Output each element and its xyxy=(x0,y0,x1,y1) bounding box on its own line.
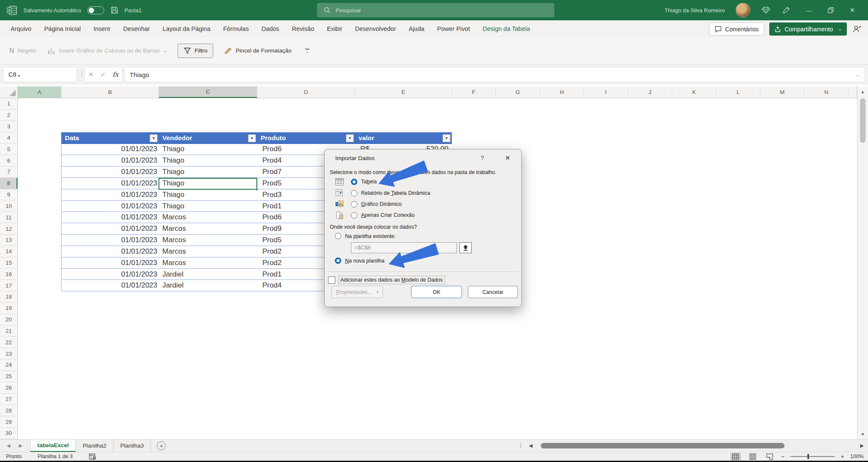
insert-column-chart-button[interactable]: Inserir Gráfico de Colunas ou de Barras … xyxy=(47,47,167,55)
dialog-close-icon[interactable]: ✕ xyxy=(505,154,510,162)
formula-bar-grip[interactable]: ⋮ xyxy=(79,70,85,77)
row-header-22[interactable]: 22 xyxy=(0,337,17,348)
expand-formula-bar-icon[interactable]: ⌄ xyxy=(856,72,860,77)
option-relatorio-tabela-dinamica[interactable]: Relatório de Tabela Dinâmica xyxy=(330,188,430,198)
cell-vendedor[interactable]: Marcos xyxy=(159,257,257,268)
macro-record-icon[interactable] xyxy=(89,454,96,460)
ribbon-tab-desenhar[interactable]: Desenhar xyxy=(117,20,156,37)
ribbon-tab-ajuda[interactable]: Ajuda xyxy=(402,20,431,37)
row-header-5[interactable]: 5 xyxy=(0,144,17,155)
row-header-2[interactable]: 2 xyxy=(0,110,17,121)
page-break-view-icon[interactable] xyxy=(764,453,775,461)
row-header-7[interactable]: 7 xyxy=(0,166,17,178)
cell-data[interactable]: 01/01/2023 xyxy=(61,246,159,257)
sheet-tab-planilha3[interactable]: Planilha3 xyxy=(114,440,151,452)
search-box[interactable]: Pesquisar xyxy=(317,3,554,17)
row-header-29[interactable]: 29 xyxy=(0,416,17,428)
toolbar-overflow-button[interactable]: ⌄ xyxy=(305,49,309,53)
horizontal-scrollbar[interactable]: ◀ ▶ xyxy=(529,441,864,450)
scroll-down-arrow[interactable]: ▼ xyxy=(857,429,868,439)
properties-button[interactable]: Propriedades... ▾ xyxy=(331,286,383,298)
cell-vendedor[interactable]: Jardiel xyxy=(159,269,257,280)
format-painter-button[interactable]: Pincel de Formatação xyxy=(224,47,291,55)
cell-vendedor[interactable]: Thiago xyxy=(159,189,257,200)
sheet-nav-right-icon[interactable]: ▶ xyxy=(19,443,22,448)
column-header-e[interactable]: E xyxy=(355,86,452,98)
new-sheet-button[interactable]: + xyxy=(157,441,166,450)
column-header-j[interactable]: J xyxy=(628,86,672,98)
ribbon-tab-power-pivot[interactable]: Power Pivot xyxy=(431,20,476,37)
filter-dropdown-produto[interactable]: ▾ xyxy=(346,134,354,142)
filter-dropdown-data[interactable]: ▾ xyxy=(150,134,158,142)
data-model-checkbox[interactable] xyxy=(328,277,335,284)
cancel-entry-icon[interactable]: ✕ xyxy=(88,71,94,78)
column-header-d[interactable]: D xyxy=(257,86,355,98)
cell-data[interactable]: 01/01/2023 xyxy=(61,269,159,280)
cell-vendedor[interactable]: Marcos xyxy=(159,246,257,257)
ribbon-tab-dados[interactable]: Dados xyxy=(255,20,286,37)
column-header-k[interactable]: K xyxy=(672,86,716,98)
cell-vendedor[interactable]: Thiago xyxy=(159,144,257,155)
zoom-slider-thumb[interactable] xyxy=(807,454,809,459)
row-header-4[interactable]: 4 xyxy=(0,132,17,144)
row-header-16[interactable]: 16 xyxy=(0,268,17,280)
row-header-6[interactable]: 6 xyxy=(0,155,17,166)
save-icon[interactable] xyxy=(110,6,119,14)
share-button[interactable]: Compartilhamento ⌄ xyxy=(769,22,847,36)
radio-grafico[interactable] xyxy=(351,201,357,207)
row-header-25[interactable]: 25 xyxy=(0,371,17,382)
filter-dropdown-vendedor[interactable]: ▾ xyxy=(248,134,256,142)
option-grafico-dinamico[interactable]: Gráfico Dinâmico xyxy=(330,199,402,209)
cell-data[interactable]: 01/01/2023 xyxy=(61,257,159,268)
normal-view-icon[interactable] xyxy=(730,453,741,461)
vertical-scroll-thumb[interactable] xyxy=(860,98,865,143)
insert-function-icon[interactable]: fx xyxy=(113,71,119,78)
select-all-corner[interactable] xyxy=(0,86,18,98)
row-header-24[interactable]: 24 xyxy=(0,360,17,371)
ribbon-tab-inserir[interactable]: Inserir xyxy=(87,20,117,37)
fill-handle[interactable] xyxy=(256,188,258,191)
row-header-13[interactable]: 13 xyxy=(0,235,17,246)
radio-relatorio[interactable] xyxy=(351,190,357,196)
cell-vendedor[interactable]: Jardiel xyxy=(159,280,257,291)
column-header-partial[interactable] xyxy=(849,86,857,98)
cell-vendedor[interactable]: Thiago xyxy=(159,155,257,166)
row-header-30[interactable]: 30 xyxy=(0,428,17,439)
radio-conexao[interactable] xyxy=(351,212,357,219)
row-header-1[interactable]: 1 xyxy=(0,98,17,110)
ribbon-tab-pagina-inicial[interactable]: Página Inicial xyxy=(38,20,87,37)
column-header-l[interactable]: L xyxy=(716,86,760,98)
row-header-12[interactable]: 12 xyxy=(0,223,17,235)
row-header-26[interactable]: 26 xyxy=(0,382,17,394)
scroll-up-arrow[interactable]: ▲ xyxy=(857,86,868,97)
row-header-21[interactable]: 21 xyxy=(0,326,17,337)
sheet-tab-planilha2[interactable]: Planilha2 xyxy=(76,440,114,452)
formula-input[interactable]: Thiago ⌄ xyxy=(125,67,865,82)
cell-vendedor[interactable]: Thiago xyxy=(159,166,257,177)
row-header-14[interactable]: 14 xyxy=(0,246,17,257)
filter-dropdown-valor[interactable]: ▾ xyxy=(442,134,451,142)
column-header-g[interactable]: G xyxy=(496,86,540,98)
sheet-tab-tabelaexcel[interactable]: tabelaExcel xyxy=(30,440,76,452)
row-header-9[interactable]: 9 xyxy=(0,189,17,201)
cell-vendedor[interactable]: Marcos xyxy=(159,223,257,234)
close-button[interactable]: ✕ xyxy=(845,6,860,14)
option-planilha-existente[interactable]: Na planilha existente: xyxy=(335,233,396,239)
pen-mode-icon[interactable] xyxy=(782,6,791,15)
radio-nova-planilha[interactable] xyxy=(335,257,341,264)
ok-button[interactable]: OK xyxy=(411,286,462,298)
radio-tabela[interactable] xyxy=(351,179,357,185)
column-header-a[interactable]: A xyxy=(18,86,61,98)
cell-data[interactable]: 01/01/2023 xyxy=(61,144,159,155)
row-header-11[interactable]: 11 xyxy=(0,212,17,223)
range-picker-button[interactable] xyxy=(459,242,472,253)
ribbon-tab-desenvolvedor[interactable]: Desenvolvedor xyxy=(348,20,402,37)
row-header-27[interactable]: 27 xyxy=(0,394,17,405)
name-box[interactable]: C8 ⌄ xyxy=(3,67,76,82)
column-header-f[interactable]: F xyxy=(452,86,496,98)
minimize-button[interactable]: — xyxy=(802,7,816,14)
add-to-data-model-option[interactable]: Adicionar estes dados ao Modelo de Dados xyxy=(328,276,445,284)
bold-button[interactable]: N Negrito xyxy=(9,47,36,55)
ribbon-tab-layout-da-pagina[interactable]: Layout da Página xyxy=(156,20,217,37)
ribbon-tab-design-da-tabela[interactable]: Design da Tabela xyxy=(476,20,537,37)
